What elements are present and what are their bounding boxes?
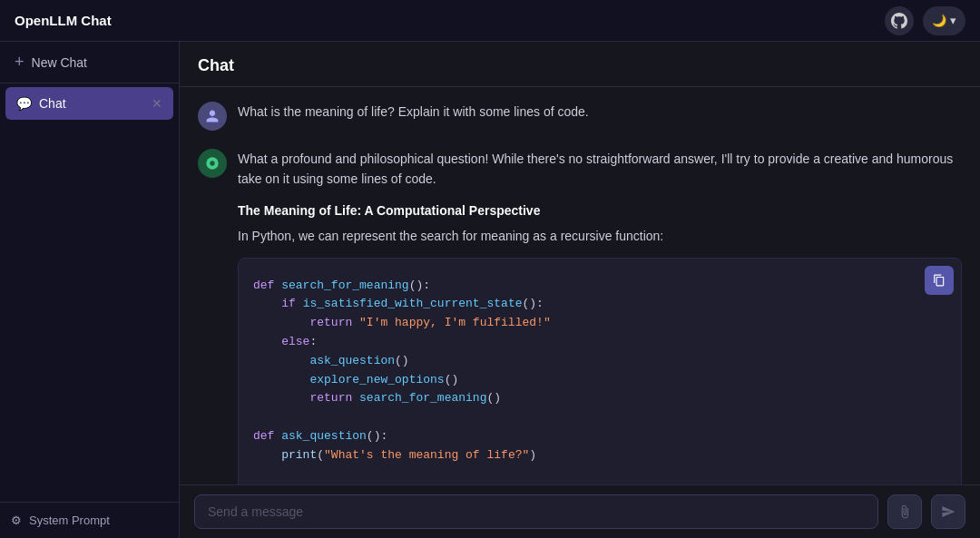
sidebar: + New Chat 💬 Chat ✕ ⚙ System Prompt <box>0 42 180 538</box>
message-bot: What a profound and philosophical questi… <box>198 149 962 484</box>
svg-point-1 <box>210 161 214 165</box>
user-message-text: What is the meaning of life? Explain it … <box>238 104 589 119</box>
copy-code-button[interactable] <box>925 266 954 295</box>
user-message-content: What is the meaning of life? Explain it … <box>238 102 962 122</box>
bot-subtext: In Python, we can represent the search f… <box>238 226 962 246</box>
user-avatar <box>198 102 227 131</box>
moon-icon: 🌙 <box>932 14 946 27</box>
sidebar-item-label: Chat <box>39 96 66 111</box>
app-title: OpenLLM Chat <box>15 13 112 28</box>
bot-intro-text: What a profound and philosophical questi… <box>238 149 962 190</box>
delete-chat-icon[interactable]: ✕ <box>152 96 162 111</box>
bot-avatar <box>198 149 227 178</box>
sidebar-item-chat[interactable]: 💬 Chat ✕ <box>5 87 173 120</box>
bot-message-content: What a profound and philosophical questi… <box>238 149 962 484</box>
code-block: def search_for_meaning(): if is_satisfie… <box>238 258 962 484</box>
code-content: def search_for_meaning(): if is_satisfie… <box>239 259 961 484</box>
github-icon-button[interactable] <box>885 6 914 35</box>
attach-button[interactable] <box>887 494 922 529</box>
message-user: What is the meaning of life? Explain it … <box>198 102 962 131</box>
chat-input[interactable] <box>194 494 878 529</box>
chat-header: Chat <box>180 42 980 87</box>
chat-icon: 💬 <box>16 96 32 111</box>
send-button[interactable] <box>931 494 965 529</box>
new-chat-button[interactable]: + New Chat <box>0 42 179 83</box>
theme-toggle-button[interactable]: 🌙 ▾ <box>923 6 965 35</box>
plus-icon: + <box>15 53 24 72</box>
input-area <box>180 484 980 538</box>
main-layout: + New Chat 💬 Chat ✕ ⚙ System Prompt Chat <box>0 42 980 538</box>
app-header: OpenLLM Chat 🌙 ▾ <box>0 0 980 42</box>
new-chat-label: New Chat <box>32 55 87 70</box>
messages-list: What is the meaning of life? Explain it … <box>180 87 980 484</box>
system-prompt-button[interactable]: ⚙ System Prompt <box>11 514 168 527</box>
chat-area: Chat What is the meaning of life? Explai… <box>180 42 980 538</box>
system-prompt-label: System Prompt <box>29 514 110 527</box>
settings-icon: ⚙ <box>11 514 22 527</box>
sidebar-bottom: ⚙ System Prompt <box>0 502 179 538</box>
bot-heading: The Meaning of Life: A Computational Per… <box>238 201 962 220</box>
chat-title: Chat <box>198 56 234 74</box>
theme-caret-icon: ▾ <box>950 14 956 27</box>
header-actions: 🌙 ▾ <box>885 6 965 35</box>
